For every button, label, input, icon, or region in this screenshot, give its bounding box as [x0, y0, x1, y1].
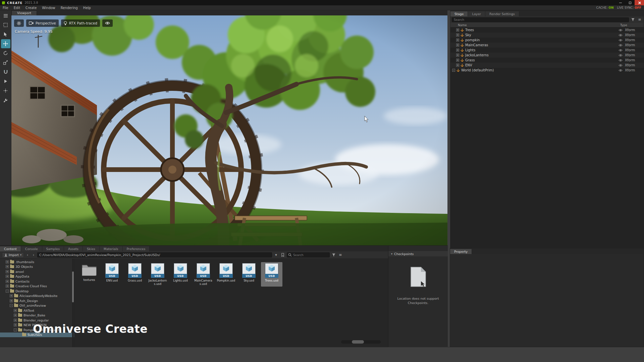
menu-rendering[interactable]: Rendering [58, 5, 80, 10]
tab-console[interactable]: Console [21, 246, 42, 251]
expander-icon[interactable]: + [6, 285, 9, 288]
column-type[interactable]: Type [620, 23, 644, 27]
path-input[interactable] [37, 252, 272, 257]
folder-tree-row[interactable]: - OVI_animReview [0, 303, 74, 308]
play-tool[interactable] [1, 77, 10, 86]
expander-icon[interactable]: + [14, 319, 17, 322]
content-filter-button[interactable] [331, 253, 336, 257]
live-sync-value[interactable]: OFF [635, 6, 641, 9]
tab-property[interactable]: Property [450, 249, 472, 254]
import-button[interactable]: Import ▾ [2, 252, 24, 258]
stage-tree-row[interactable]: - World (defaultPrim) Xform [450, 68, 644, 73]
expander-icon[interactable]: + [10, 294, 13, 297]
maximize-button[interactable] [625, 0, 635, 5]
select-frame-tool[interactable] [1, 20, 10, 29]
stage-tree-row[interactable]: + pompkin Xform [450, 38, 644, 43]
tab-assets[interactable]: Assets [64, 246, 83, 251]
visibility-eye-icon[interactable] [618, 34, 624, 37]
folder-tree-row[interactable]: + Blender_Bake [0, 313, 74, 318]
folder-tree-row[interactable]: + Blender_regular [0, 318, 74, 323]
stage-tree-row[interactable]: + MainCameras Xform [450, 43, 644, 48]
tab-samples[interactable]: Samples [42, 246, 64, 251]
visibility-eye-icon[interactable] [618, 69, 624, 72]
cache-value[interactable]: ON [608, 6, 613, 9]
nav-back-button[interactable]: ‹ [25, 253, 30, 257]
expander-icon[interactable]: + [6, 275, 9, 278]
icon-size-slider[interactable] [341, 340, 381, 344]
renderer-dropdown[interactable]: RTX Path-traced [61, 19, 100, 27]
tab-preferences[interactable]: Preferences [123, 246, 150, 251]
stage-search-input[interactable] [452, 17, 629, 22]
expander-icon[interactable]: + [456, 64, 459, 67]
file-item[interactable]: USD Lights.usd [170, 262, 191, 287]
menu-create[interactable]: Create [23, 5, 39, 10]
file-item[interactable]: USD textures [78, 262, 100, 287]
menu-window[interactable]: Window [39, 5, 58, 10]
stage-tree-row[interactable]: + Grass Xform [450, 58, 644, 63]
file-item[interactable]: USD Pompkin.usd [215, 262, 237, 287]
folder-tree-row[interactable]: + Creative Cloud Files [0, 284, 74, 289]
wrench-tool[interactable] [1, 96, 10, 105]
folder-tree-row[interactable]: - Desktop [0, 289, 74, 294]
menu-edit[interactable]: Edit [11, 5, 23, 10]
expander-icon[interactable]: + [456, 39, 459, 42]
visibility-eye-icon[interactable] [618, 54, 624, 57]
bookmark-button[interactable] [280, 253, 285, 257]
minimize-button[interactable] [616, 0, 625, 5]
file-item[interactable]: USD ENV.usd [101, 262, 123, 287]
folder-tree-row[interactable]: + AltText [0, 308, 74, 313]
camera-mode-dropdown[interactable]: Perspective [26, 19, 59, 27]
folder-tree-row[interactable]: + Contacts [0, 279, 74, 284]
tab-skies[interactable]: Skies [83, 246, 100, 251]
path-dropdown-caret[interactable]: ▾ [273, 253, 279, 257]
expander-icon[interactable]: + [456, 49, 459, 52]
visibility-eye-icon[interactable] [618, 49, 624, 52]
column-name[interactable]: Name [450, 23, 620, 27]
file-item[interactable]: USD Trees.usd [261, 262, 282, 287]
viewport-scene[interactable] [11, 15, 447, 245]
expander-icon[interactable]: + [6, 265, 9, 268]
expander-icon[interactable]: + [10, 299, 13, 302]
expander-icon[interactable]: + [6, 260, 9, 263]
expander-icon[interactable]: + [14, 309, 17, 312]
visibility-eye-icon[interactable] [618, 44, 624, 47]
cursor-select-tool[interactable] [1, 30, 10, 39]
tree-scrollbar-thumb[interactable] [72, 272, 74, 302]
expander-icon[interactable]: - [6, 290, 9, 293]
tab-content[interactable]: Content [0, 246, 21, 251]
visibility-eye-icon[interactable] [618, 64, 624, 67]
expander-icon[interactable]: + [14, 323, 17, 326]
folder-tree-row[interactable]: + ansel [0, 269, 74, 274]
folder-tree-row[interactable]: + AppData [0, 274, 74, 279]
icon-size-slider-thumb[interactable] [352, 340, 364, 344]
expander-icon[interactable]: + [456, 28, 459, 32]
viewport[interactable]: Perspective RTX Path-traced Camera Speed… [11, 15, 447, 245]
stage-tree-row[interactable]: + Sky Xform [450, 33, 644, 38]
nav-forward-button[interactable]: › [31, 253, 36, 257]
viewport-settings-button[interactable] [14, 19, 24, 27]
checkpoints-header[interactable]: ▾ Checkpoints [388, 251, 448, 256]
expander-icon[interactable]: - [10, 304, 13, 307]
move-tool[interactable] [1, 39, 10, 48]
content-search-input[interactable] [287, 252, 330, 257]
pivot-tool[interactable] [1, 86, 10, 95]
file-item[interactable]: USD Grass.usd [124, 262, 146, 287]
folder-tree-row[interactable]: + .thumbnails [0, 259, 74, 264]
close-button[interactable] [635, 0, 644, 5]
stage-options-button[interactable]: ≡ [637, 17, 642, 22]
tab-stage[interactable]: Stage [450, 11, 468, 16]
expander-icon[interactable]: - [452, 69, 455, 72]
folder-tree-row[interactable]: + Ash_Design [0, 298, 74, 303]
folder-tree-row[interactable]: + AliciaandWoodyWebsite [0, 294, 74, 299]
stage-tree-row[interactable]: + Lights Xform [450, 48, 644, 53]
visibility-eye-icon[interactable] [618, 59, 624, 62]
menu-help[interactable]: Help [80, 5, 94, 10]
file-item[interactable]: USD JackoLanterns.usd [147, 262, 168, 287]
expander-icon[interactable]: + [456, 44, 459, 47]
visibility-eye-icon[interactable] [618, 29, 624, 32]
content-view-options-button[interactable]: ≡ [338, 253, 343, 257]
stage-tree-row[interactable]: + ENV Xform [450, 63, 644, 68]
tab-layer[interactable]: Layer [468, 11, 485, 16]
tab-viewport[interactable]: Viewport [11, 10, 37, 15]
snap-tool[interactable] [1, 67, 10, 76]
